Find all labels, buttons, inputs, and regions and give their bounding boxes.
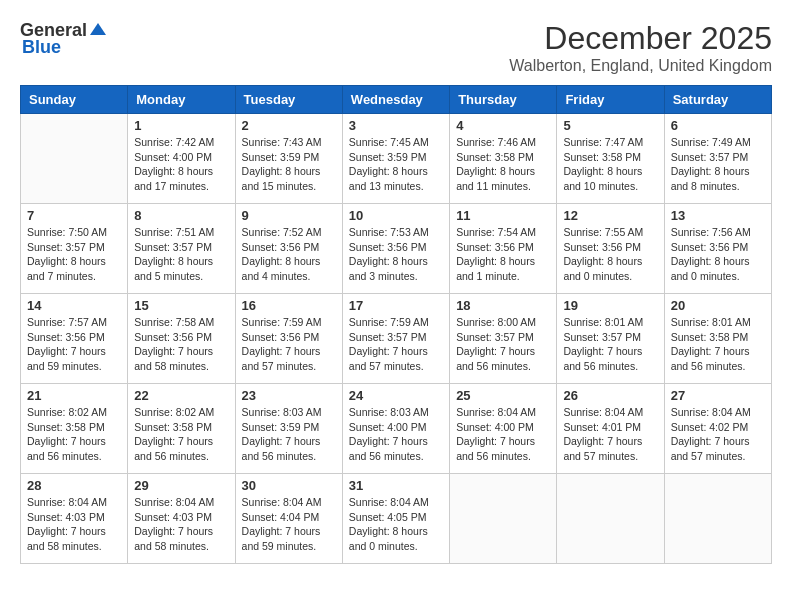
- cell-content: Sunrise: 8:02 AM Sunset: 3:58 PM Dayligh…: [27, 405, 121, 464]
- day-number: 2: [242, 118, 336, 133]
- day-number: 17: [349, 298, 443, 313]
- calendar-cell: 3Sunrise: 7:45 AM Sunset: 3:59 PM Daylig…: [342, 114, 449, 204]
- logo: General Blue: [20, 20, 109, 58]
- cell-content: Sunrise: 7:49 AM Sunset: 3:57 PM Dayligh…: [671, 135, 765, 194]
- calendar-week-2: 7Sunrise: 7:50 AM Sunset: 3:57 PM Daylig…: [21, 204, 772, 294]
- cell-content: Sunrise: 7:54 AM Sunset: 3:56 PM Dayligh…: [456, 225, 550, 284]
- calendar-cell: 26Sunrise: 8:04 AM Sunset: 4:01 PM Dayli…: [557, 384, 664, 474]
- calendar-cell: [664, 474, 771, 564]
- cell-content: Sunrise: 7:52 AM Sunset: 3:56 PM Dayligh…: [242, 225, 336, 284]
- calendar-cell: 14Sunrise: 7:57 AM Sunset: 3:56 PM Dayli…: [21, 294, 128, 384]
- calendar-cell: 2Sunrise: 7:43 AM Sunset: 3:59 PM Daylig…: [235, 114, 342, 204]
- cell-content: Sunrise: 7:51 AM Sunset: 3:57 PM Dayligh…: [134, 225, 228, 284]
- day-header-monday: Monday: [128, 86, 235, 114]
- svg-marker-0: [90, 23, 106, 35]
- calendar-cell: 1Sunrise: 7:42 AM Sunset: 4:00 PM Daylig…: [128, 114, 235, 204]
- calendar-cell: 15Sunrise: 7:58 AM Sunset: 3:56 PM Dayli…: [128, 294, 235, 384]
- cell-content: Sunrise: 7:59 AM Sunset: 3:57 PM Dayligh…: [349, 315, 443, 374]
- day-number: 6: [671, 118, 765, 133]
- cell-content: Sunrise: 8:04 AM Sunset: 4:01 PM Dayligh…: [563, 405, 657, 464]
- calendar-header-row: SundayMondayTuesdayWednesdayThursdayFrid…: [21, 86, 772, 114]
- calendar-cell: 23Sunrise: 8:03 AM Sunset: 3:59 PM Dayli…: [235, 384, 342, 474]
- calendar-cell: 31Sunrise: 8:04 AM Sunset: 4:05 PM Dayli…: [342, 474, 449, 564]
- logo-blue-text: Blue: [22, 37, 61, 58]
- calendar-cell: 21Sunrise: 8:02 AM Sunset: 3:58 PM Dayli…: [21, 384, 128, 474]
- day-number: 14: [27, 298, 121, 313]
- calendar-cell: 28Sunrise: 8:04 AM Sunset: 4:03 PM Dayli…: [21, 474, 128, 564]
- calendar-cell: [557, 474, 664, 564]
- calendar-cell: 11Sunrise: 7:54 AM Sunset: 3:56 PM Dayli…: [450, 204, 557, 294]
- calendar-week-5: 28Sunrise: 8:04 AM Sunset: 4:03 PM Dayli…: [21, 474, 772, 564]
- cell-content: Sunrise: 7:57 AM Sunset: 3:56 PM Dayligh…: [27, 315, 121, 374]
- cell-content: Sunrise: 8:04 AM Sunset: 4:04 PM Dayligh…: [242, 495, 336, 554]
- cell-content: Sunrise: 7:58 AM Sunset: 3:56 PM Dayligh…: [134, 315, 228, 374]
- calendar-cell: 13Sunrise: 7:56 AM Sunset: 3:56 PM Dayli…: [664, 204, 771, 294]
- day-header-wednesday: Wednesday: [342, 86, 449, 114]
- cell-content: Sunrise: 7:45 AM Sunset: 3:59 PM Dayligh…: [349, 135, 443, 194]
- day-number: 22: [134, 388, 228, 403]
- cell-content: Sunrise: 7:42 AM Sunset: 4:00 PM Dayligh…: [134, 135, 228, 194]
- cell-content: Sunrise: 8:02 AM Sunset: 3:58 PM Dayligh…: [134, 405, 228, 464]
- cell-content: Sunrise: 7:43 AM Sunset: 3:59 PM Dayligh…: [242, 135, 336, 194]
- day-number: 11: [456, 208, 550, 223]
- calendar-cell: 4Sunrise: 7:46 AM Sunset: 3:58 PM Daylig…: [450, 114, 557, 204]
- calendar-cell: 29Sunrise: 8:04 AM Sunset: 4:03 PM Dayli…: [128, 474, 235, 564]
- day-number: 19: [563, 298, 657, 313]
- location-text: Walberton, England, United Kingdom: [509, 57, 772, 75]
- calendar-cell: 27Sunrise: 8:04 AM Sunset: 4:02 PM Dayli…: [664, 384, 771, 474]
- calendar-week-4: 21Sunrise: 8:02 AM Sunset: 3:58 PM Dayli…: [21, 384, 772, 474]
- cell-content: Sunrise: 8:03 AM Sunset: 4:00 PM Dayligh…: [349, 405, 443, 464]
- day-number: 25: [456, 388, 550, 403]
- calendar-cell: 8Sunrise: 7:51 AM Sunset: 3:57 PM Daylig…: [128, 204, 235, 294]
- calendar-cell: [450, 474, 557, 564]
- calendar-cell: 7Sunrise: 7:50 AM Sunset: 3:57 PM Daylig…: [21, 204, 128, 294]
- calendar-cell: 20Sunrise: 8:01 AM Sunset: 3:58 PM Dayli…: [664, 294, 771, 384]
- day-number: 12: [563, 208, 657, 223]
- day-number: 24: [349, 388, 443, 403]
- calendar-cell: 18Sunrise: 8:00 AM Sunset: 3:57 PM Dayli…: [450, 294, 557, 384]
- cell-content: Sunrise: 8:04 AM Sunset: 4:03 PM Dayligh…: [27, 495, 121, 554]
- calendar-cell: 9Sunrise: 7:52 AM Sunset: 3:56 PM Daylig…: [235, 204, 342, 294]
- cell-content: Sunrise: 8:01 AM Sunset: 3:58 PM Dayligh…: [671, 315, 765, 374]
- cell-content: Sunrise: 8:04 AM Sunset: 4:02 PM Dayligh…: [671, 405, 765, 464]
- calendar-cell: 22Sunrise: 8:02 AM Sunset: 3:58 PM Dayli…: [128, 384, 235, 474]
- cell-content: Sunrise: 7:59 AM Sunset: 3:56 PM Dayligh…: [242, 315, 336, 374]
- cell-content: Sunrise: 8:04 AM Sunset: 4:00 PM Dayligh…: [456, 405, 550, 464]
- day-header-sunday: Sunday: [21, 86, 128, 114]
- cell-content: Sunrise: 7:46 AM Sunset: 3:58 PM Dayligh…: [456, 135, 550, 194]
- day-number: 3: [349, 118, 443, 133]
- day-number: 8: [134, 208, 228, 223]
- day-header-saturday: Saturday: [664, 86, 771, 114]
- month-title: December 2025: [509, 20, 772, 57]
- day-header-friday: Friday: [557, 86, 664, 114]
- cell-content: Sunrise: 7:56 AM Sunset: 3:56 PM Dayligh…: [671, 225, 765, 284]
- day-number: 28: [27, 478, 121, 493]
- calendar-cell: 24Sunrise: 8:03 AM Sunset: 4:00 PM Dayli…: [342, 384, 449, 474]
- day-number: 26: [563, 388, 657, 403]
- calendar-cell: 10Sunrise: 7:53 AM Sunset: 3:56 PM Dayli…: [342, 204, 449, 294]
- day-number: 27: [671, 388, 765, 403]
- calendar-week-3: 14Sunrise: 7:57 AM Sunset: 3:56 PM Dayli…: [21, 294, 772, 384]
- calendar-cell: 30Sunrise: 8:04 AM Sunset: 4:04 PM Dayli…: [235, 474, 342, 564]
- day-number: 5: [563, 118, 657, 133]
- cell-content: Sunrise: 7:53 AM Sunset: 3:56 PM Dayligh…: [349, 225, 443, 284]
- calendar-cell: 25Sunrise: 8:04 AM Sunset: 4:00 PM Dayli…: [450, 384, 557, 474]
- calendar-table: SundayMondayTuesdayWednesdayThursdayFrid…: [20, 85, 772, 564]
- logo-icon: [88, 21, 108, 41]
- day-number: 4: [456, 118, 550, 133]
- day-number: 31: [349, 478, 443, 493]
- day-number: 20: [671, 298, 765, 313]
- day-number: 16: [242, 298, 336, 313]
- cell-content: Sunrise: 8:04 AM Sunset: 4:03 PM Dayligh…: [134, 495, 228, 554]
- calendar-cell: 6Sunrise: 7:49 AM Sunset: 3:57 PM Daylig…: [664, 114, 771, 204]
- day-number: 7: [27, 208, 121, 223]
- title-section: December 2025 Walberton, England, United…: [509, 20, 772, 75]
- day-number: 9: [242, 208, 336, 223]
- calendar-week-1: 1Sunrise: 7:42 AM Sunset: 4:00 PM Daylig…: [21, 114, 772, 204]
- day-number: 29: [134, 478, 228, 493]
- calendar-cell: 12Sunrise: 7:55 AM Sunset: 3:56 PM Dayli…: [557, 204, 664, 294]
- cell-content: Sunrise: 7:47 AM Sunset: 3:58 PM Dayligh…: [563, 135, 657, 194]
- calendar-cell: [21, 114, 128, 204]
- day-number: 30: [242, 478, 336, 493]
- calendar-cell: 5Sunrise: 7:47 AM Sunset: 3:58 PM Daylig…: [557, 114, 664, 204]
